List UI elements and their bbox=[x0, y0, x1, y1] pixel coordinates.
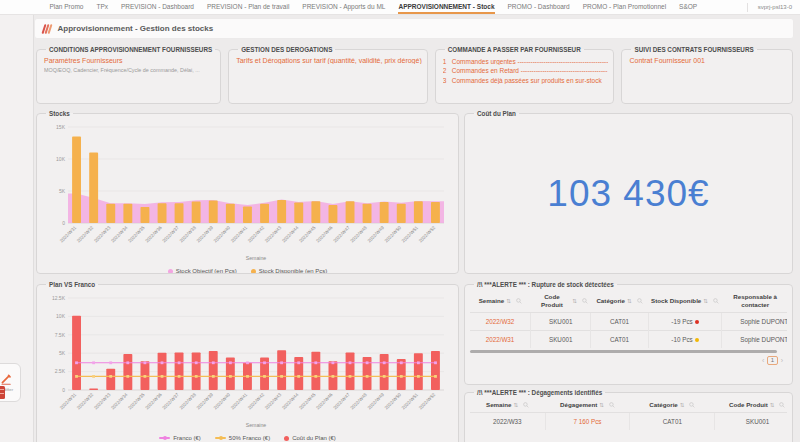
svg-text:2022/W34: 2022/W34 bbox=[110, 225, 129, 244]
sort-icon[interactable]: ⇅ bbox=[703, 298, 708, 304]
svg-text:2022/W48: 2022/W48 bbox=[349, 392, 368, 411]
sort-icon[interactable]: ⇅ bbox=[506, 298, 511, 304]
nav-tab-6[interactable]: PROMO - Dashboard bbox=[508, 0, 570, 14]
search-icon[interactable] bbox=[523, 402, 529, 408]
nav-tab-0[interactable]: Plan Promo bbox=[49, 0, 83, 14]
svg-text:2022/W45: 2022/W45 bbox=[298, 392, 317, 411]
prev-page-icon[interactable]: ‹ bbox=[762, 357, 764, 364]
column-header[interactable]: Dégagement⇅ bbox=[545, 398, 630, 412]
nav-tab-4[interactable]: PREVISION - Apports du ML bbox=[302, 0, 385, 14]
legend-label: Stock Objectif (en Pcs) bbox=[176, 268, 237, 274]
cout-du-plan-value: 103 430€ bbox=[470, 119, 787, 269]
nav-tabs: Plan PromoTPxPREVISION - DashboardPREVIS… bbox=[0, 0, 747, 14]
legend-item[interactable]: Franco (€) bbox=[159, 435, 201, 441]
table-row[interactable]: 2022/W337 160 PcsCAT01SKU001 bbox=[470, 412, 787, 430]
svg-text:7.5K: 7.5K bbox=[55, 332, 66, 338]
page-title: Approvisionnement - Gestion des stocks bbox=[58, 24, 214, 33]
search-icon[interactable] bbox=[713, 298, 719, 304]
column-header[interactable]: Stock Disponible⇅ bbox=[648, 290, 722, 312]
card-conditions-title: CONDITIONS APPROVISIONNEMENT FOURNISSEUR… bbox=[46, 46, 215, 53]
card-suivi-contrats: SUIVI DES CONTRATS FOURNISSEURS Contrat … bbox=[621, 46, 793, 104]
search-icon[interactable] bbox=[609, 402, 615, 408]
column-header[interactable]: Catégorie⇅ bbox=[630, 398, 715, 412]
cell-link[interactable]: 2022/W32 bbox=[486, 318, 515, 325]
sort-icon[interactable]: ⇅ bbox=[599, 402, 604, 408]
table-cell: Sophie DUPONT bbox=[722, 312, 787, 330]
svg-text:5K: 5K bbox=[59, 188, 66, 194]
quick-links-row: CONDITIONS APPROVISIONNEMENT FOURNISSEUR… bbox=[36, 46, 793, 106]
nav-tab-1[interactable]: TPx bbox=[96, 0, 108, 14]
pagination: ‹ 1 › bbox=[470, 356, 787, 365]
table-cell: SKU001 bbox=[715, 412, 787, 430]
sort-icon[interactable]: ⇅ bbox=[627, 298, 632, 304]
chart-svg: 02.5K5K7.5K10K12.5K2022/W312022/W322022/… bbox=[42, 290, 452, 430]
cell-link[interactable]: 7 160 Pcs bbox=[573, 418, 601, 425]
table-cell: SKU001 bbox=[530, 312, 590, 330]
legend-label: 50% Franco (€) bbox=[229, 435, 270, 441]
next-page-icon[interactable]: › bbox=[781, 357, 783, 364]
sort-icon[interactable]: ⇅ bbox=[680, 402, 685, 408]
card-stocks-chart: Stocks 05K10K15K2022/W312022/W322022/W33… bbox=[36, 110, 459, 274]
svg-text:2022/W35: 2022/W35 bbox=[127, 225, 146, 244]
table-row[interactable]: 2022/W31SKU001CAT01-10 PcsSophie DUPONT bbox=[470, 330, 787, 348]
svg-text:Semaine: Semaine bbox=[246, 422, 267, 428]
table-cell: CAT01 bbox=[591, 312, 648, 330]
svg-text:2.5K: 2.5K bbox=[55, 368, 66, 374]
search-icon[interactable] bbox=[582, 298, 588, 304]
cell-text: CAT01 bbox=[610, 336, 629, 343]
column-header[interactable]: Code Produit⇅ bbox=[715, 398, 787, 412]
stocks-chart-title: Stocks bbox=[46, 110, 73, 117]
cell-text: Sophie DUPONT bbox=[740, 336, 787, 343]
search-icon[interactable] bbox=[689, 402, 695, 408]
sort-icon[interactable]: ⇅ bbox=[513, 402, 518, 408]
svg-text:2022/W32: 2022/W32 bbox=[76, 225, 95, 244]
nav-tab-2[interactable]: PREVISION - Dashboard bbox=[121, 0, 194, 14]
commandes-link-3[interactable]: 3_ Commandes déjà passées sur produits e… bbox=[443, 77, 609, 84]
nav-tab-8[interactable]: S&OP bbox=[679, 0, 697, 14]
table-cell: -19 Pcs bbox=[648, 312, 722, 330]
legend-item[interactable]: Coût du Plan (€) bbox=[284, 435, 336, 441]
tarifs-derogations-link[interactable]: Tarifs et Dérogations sur tarif (quantit… bbox=[236, 57, 422, 64]
card-commandes-title: COMMANDE A PASSER PAR FOURNISSEUR bbox=[445, 46, 584, 53]
plan-vs-franco-title: Plan VS Franco bbox=[46, 281, 98, 288]
commandes-link-2[interactable]: 2_ Commandes en Retard -----------------… bbox=[443, 67, 609, 74]
column-header[interactable]: Responsable à contacter⇅ bbox=[722, 290, 787, 312]
search-icon[interactable] bbox=[516, 298, 522, 304]
table-row[interactable]: 2022/W32SKU001CAT01-19 PcsSophie DUPONT bbox=[470, 312, 787, 330]
cell-text: -19 Pcs bbox=[671, 318, 692, 325]
column-header[interactable]: Code Produit⇅ bbox=[530, 290, 590, 312]
column-header[interactable]: Catégorie⇅ bbox=[591, 290, 648, 312]
cell-link[interactable]: 2022/W31 bbox=[486, 336, 515, 343]
search-icon[interactable] bbox=[779, 402, 785, 408]
sort-icon[interactable]: ⇅ bbox=[770, 402, 775, 408]
card-gestion-derogations: GESTION DES DEROGATIONS Tarifs et Déroga… bbox=[228, 46, 428, 104]
svg-text:2022/W38: 2022/W38 bbox=[179, 225, 198, 244]
table-cell: CAT01 bbox=[591, 330, 648, 348]
svg-text:10K: 10K bbox=[56, 313, 66, 319]
search-icon[interactable] bbox=[637, 298, 643, 304]
svg-text:0: 0 bbox=[62, 387, 65, 393]
nav-tab-7[interactable]: PROMO - Plan Promotionnel bbox=[583, 0, 666, 14]
horizontal-scrollbar[interactable] bbox=[470, 350, 777, 353]
svg-text:2022/W51: 2022/W51 bbox=[401, 392, 420, 411]
partial-red-icon[interactable] bbox=[0, 386, 5, 399]
parametres-fournisseurs-link[interactable]: Paramètres Fournisseurs bbox=[44, 57, 215, 64]
legend-item[interactable]: Stock Disponible (en Pcs) bbox=[251, 268, 328, 274]
cout-du-plan-title: Coût du Plan bbox=[474, 110, 519, 117]
nav-tab-3[interactable]: PREVISION - Plan de travail bbox=[207, 0, 289, 14]
table-cell: 7 160 Pcs bbox=[545, 412, 630, 430]
nav-tab-5[interactable]: APPROVISIONNEMENT - Stock bbox=[398, 0, 494, 14]
environment-label: svprj-psl13-0 bbox=[747, 3, 800, 12]
svg-text:2022/W43: 2022/W43 bbox=[264, 225, 283, 244]
contrat-fournisseur-link[interactable]: Contrat Fournisseur 001 bbox=[629, 57, 787, 64]
sort-icon[interactable]: ⇅ bbox=[572, 298, 577, 304]
page-number[interactable]: 1 bbox=[767, 356, 777, 365]
svg-text:10K: 10K bbox=[56, 156, 66, 162]
svg-text:2022/W33: 2022/W33 bbox=[93, 225, 112, 244]
legend-item[interactable]: 50% Franco (€) bbox=[215, 435, 270, 441]
column-header[interactable]: Semaine⇅ bbox=[470, 398, 545, 412]
commandes-link-1[interactable]: 1_ Commandes urgentes ------------------… bbox=[443, 58, 609, 65]
legend-item[interactable]: Stock Objectif (en Pcs) bbox=[168, 268, 237, 274]
svg-text:2022/W41: 2022/W41 bbox=[230, 225, 249, 244]
column-header[interactable]: Semaine⇅ bbox=[470, 290, 530, 312]
